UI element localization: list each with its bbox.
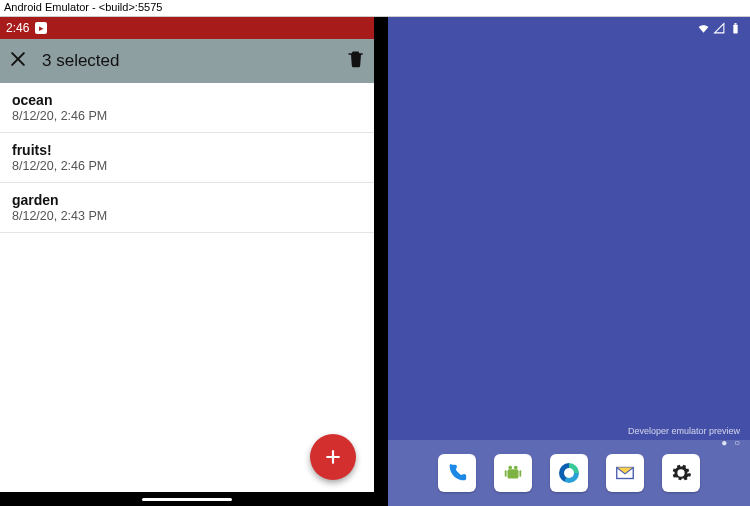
close-icon	[8, 49, 28, 69]
trash-icon	[346, 49, 366, 69]
battery-icon	[729, 22, 742, 35]
selection-title: 3 selected	[42, 51, 336, 71]
preview-label: Developer emulator preview	[628, 426, 740, 436]
status-time: 2:46	[6, 21, 29, 35]
phone-app[interactable]	[438, 454, 476, 492]
delete-button[interactable]	[336, 49, 366, 73]
close-selection-button[interactable]	[8, 49, 42, 73]
note-title: garden	[12, 192, 362, 208]
device-frame: 2:46 ▸ 3 selected ocean 8/12/20, 2:46 PM…	[0, 17, 750, 506]
plus-icon	[323, 447, 343, 467]
left-screen: 2:46 ▸ 3 selected ocean 8/12/20, 2:46 PM…	[0, 17, 374, 506]
svg-rect-5	[734, 23, 736, 25]
add-note-fab[interactable]	[310, 434, 356, 480]
app-dock	[388, 440, 750, 506]
status-bar-left: 2:46 ▸	[0, 17, 374, 39]
list-item[interactable]: garden 8/12/20, 2:43 PM	[0, 183, 374, 233]
note-subtitle: 8/12/20, 2:43 PM	[12, 209, 362, 223]
wifi-icon	[697, 22, 710, 35]
note-subtitle: 8/12/20, 2:46 PM	[12, 109, 362, 123]
svg-rect-6	[508, 469, 519, 478]
svg-point-8	[514, 466, 518, 470]
debug-icon: ▸	[35, 22, 47, 34]
android-robot-icon	[502, 462, 524, 484]
list-item[interactable]: ocean 8/12/20, 2:46 PM	[0, 83, 374, 133]
edge-browser-app[interactable]	[550, 454, 588, 492]
mail-icon	[614, 462, 636, 484]
svg-rect-9	[505, 470, 507, 476]
gesture-nav-bar[interactable]	[0, 492, 374, 506]
gear-icon	[670, 462, 692, 484]
note-title: ocean	[12, 92, 362, 108]
svg-rect-4	[733, 24, 737, 33]
edge-icon	[559, 463, 579, 483]
list-item[interactable]: fruits! 8/12/20, 2:46 PM	[0, 133, 374, 183]
right-screen: Developer emulator preview ● ○	[388, 17, 750, 506]
device-hinge	[374, 17, 388, 506]
notes-list[interactable]: ocean 8/12/20, 2:46 PM fruits! 8/12/20, …	[0, 83, 374, 492]
nav-pill-icon	[142, 498, 232, 501]
messages-app[interactable]	[494, 454, 532, 492]
selection-action-bar: 3 selected	[0, 39, 374, 83]
note-subtitle: 8/12/20, 2:46 PM	[12, 159, 362, 173]
svg-point-7	[508, 466, 512, 470]
mail-app[interactable]	[606, 454, 644, 492]
note-title: fruits!	[12, 142, 362, 158]
svg-rect-10	[519, 470, 521, 476]
home-wallpaper-area[interactable]: Developer emulator preview ● ○	[388, 39, 750, 440]
status-bar-right	[388, 17, 750, 39]
settings-app[interactable]	[662, 454, 700, 492]
phone-icon	[446, 462, 468, 484]
window-title: Android Emulator - <build>:5575	[0, 0, 750, 17]
signal-icon	[713, 22, 726, 35]
